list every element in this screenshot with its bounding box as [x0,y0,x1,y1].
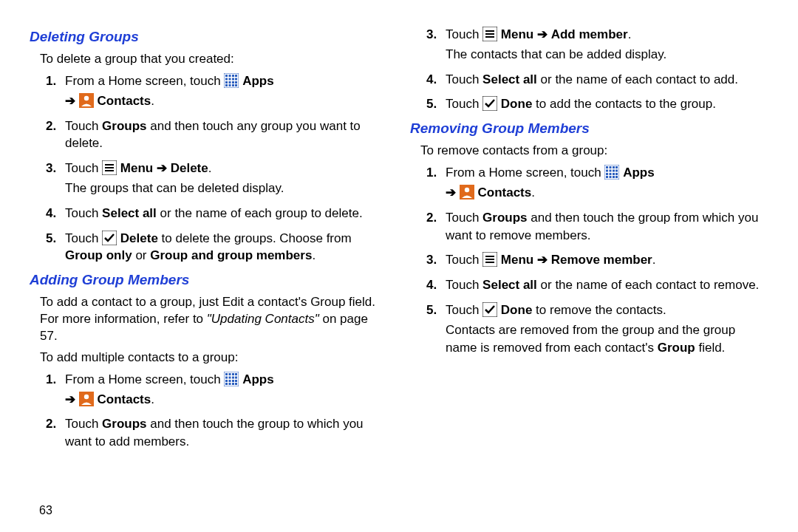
svg-rect-63 [613,176,615,178]
svg-rect-69 [485,259,494,260]
svg-rect-6 [229,78,231,80]
svg-rect-51 [613,166,615,168]
del-step-1: From a Home screen, touch Apps ➔ Contact… [65,72,388,110]
intro-deleting: To delete a group that you created: [30,51,388,68]
del-step-4: Touch Select all or the name of each gro… [65,205,388,222]
steps-adding-a: From a Home screen, touch Apps ➔ Contact… [30,371,388,451]
left-column: Deleting Groups To delete a group that y… [18,26,399,517]
menu-icon [482,252,497,267]
apps-icon [604,165,619,180]
svg-rect-7 [232,78,234,80]
del-step-2: Touch Groups and then touch any group yo… [65,117,388,153]
del-step-3: Touch Menu ➔ Delete. The groups that can… [65,160,388,197]
check-icon [482,302,497,317]
svg-rect-26 [229,373,231,375]
svg-rect-8 [235,78,237,80]
svg-rect-32 [235,376,237,378]
svg-rect-59 [613,173,615,175]
rem-step-1: From a Home screen, touch Apps ➔ Contact… [446,164,768,202]
svg-rect-30 [229,376,231,378]
svg-rect-34 [229,380,231,382]
svg-rect-49 [606,166,608,168]
menu-icon [482,27,497,41]
svg-rect-25 [225,373,228,375]
svg-rect-22 [105,170,114,171]
add-step-4: Touch Select all or the name of each con… [446,71,768,89]
svg-rect-37 [225,383,228,385]
heading-adding-members: Adding Group Members [30,272,388,288]
rem-step-4: Touch Select all or the name of each con… [446,276,768,294]
svg-rect-58 [610,173,612,175]
svg-point-66 [465,188,469,192]
rem-step-3: Touch Menu ➔ Remove member. [446,251,768,269]
add-step-2: Touch Groups and then touch the group to… [65,415,388,451]
steps-adding-b: Touch Menu ➔ Add member. The contacts th… [410,26,768,113]
svg-rect-28 [235,373,237,375]
rem-step-5: Touch Done to remove the contacts. Conta… [446,301,768,356]
svg-rect-61 [606,176,608,178]
svg-rect-3 [232,75,234,77]
svg-rect-36 [235,380,237,382]
svg-rect-16 [235,84,237,86]
apps-icon [224,73,239,88]
svg-rect-39 [232,383,234,385]
svg-rect-70 [485,262,494,263]
svg-rect-44 [485,30,494,32]
svg-rect-5 [225,78,228,80]
svg-rect-40 [235,383,237,385]
heading-deleting-groups: Deleting Groups [30,29,388,45]
svg-rect-33 [225,380,228,382]
svg-rect-14 [229,84,231,86]
svg-rect-21 [105,167,114,168]
svg-rect-11 [232,81,234,83]
svg-rect-60 [615,173,618,175]
svg-rect-10 [229,81,231,83]
menu-icon [102,160,117,175]
right-column: Touch Menu ➔ Add member. The contacts th… [399,26,780,517]
svg-point-18 [84,96,89,100]
contacts-icon [79,93,94,108]
svg-rect-54 [610,170,612,172]
svg-rect-46 [485,36,494,38]
steps-deleting: From a Home screen, touch Apps ➔ Contact… [30,72,388,265]
svg-rect-27 [232,373,234,375]
add-step-1: From a Home screen, touch Apps ➔ Contact… [65,371,388,409]
apps-icon [224,372,239,386]
contacts-icon [460,185,474,200]
svg-rect-64 [615,176,618,178]
svg-rect-56 [615,170,618,172]
check-icon [102,231,117,245]
intro-adding-para: To add a contact to a group, just Edit a… [30,294,388,345]
svg-rect-52 [615,166,618,168]
svg-rect-50 [610,166,612,168]
check-icon [482,96,497,111]
add-step-5: Touch Done to add the contacts to the gr… [446,95,768,113]
add-step-3: Touch Menu ➔ Add member. The contacts th… [446,26,768,64]
rem-step-2: Touch Groups and then touch the group fr… [446,209,768,245]
svg-rect-15 [232,84,234,86]
svg-rect-29 [225,376,228,378]
intro-removing: To remove contacts from a group: [410,143,768,160]
svg-rect-4 [235,75,237,77]
svg-rect-9 [225,81,228,83]
steps-removing: From a Home screen, touch Apps ➔ Contact… [410,164,768,356]
svg-rect-20 [105,164,114,166]
svg-rect-12 [235,81,237,83]
svg-rect-1 [225,75,228,77]
svg-rect-55 [613,170,615,172]
svg-rect-53 [606,170,608,172]
svg-rect-45 [485,33,494,35]
svg-rect-2 [229,75,231,77]
svg-rect-68 [485,256,494,257]
svg-rect-57 [606,173,608,175]
manual-page: Deleting Groups To delete a group that y… [0,0,798,532]
page-number: 63 [39,504,52,517]
contacts-icon [79,392,94,406]
svg-rect-35 [232,380,234,382]
svg-rect-13 [225,84,228,86]
svg-rect-62 [610,176,612,178]
intro-adding-sub: To add multiple contacts to a group: [30,349,388,366]
svg-point-42 [84,394,89,398]
svg-rect-31 [232,376,234,378]
heading-removing-members: Removing Group Members [410,120,768,137]
